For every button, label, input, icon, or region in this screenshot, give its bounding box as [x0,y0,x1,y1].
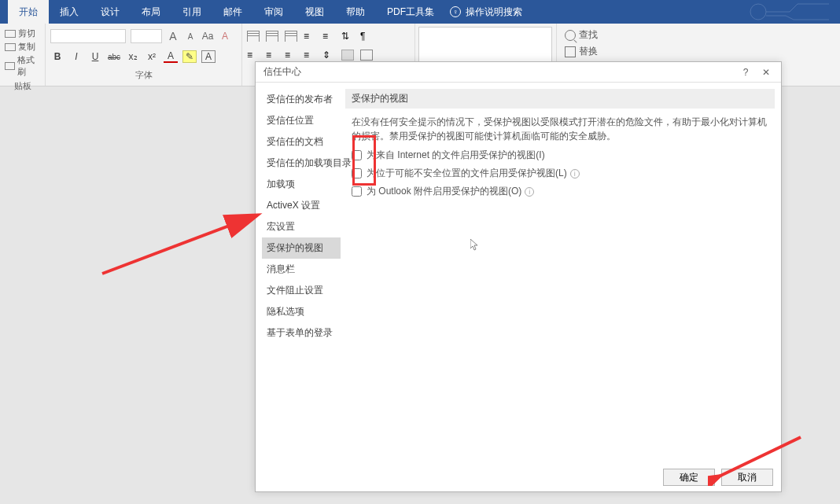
tell-me-search[interactable]: ♀ 操作说明搜索 [450,6,522,19]
font-group: A A Aa A B I U abc x₂ x² A ✎ A 字体 [46,24,242,86]
cut-button[interactable]: 剪切 [3,27,42,40]
svg-point-0 [750,4,766,20]
tab-review[interactable]: 审阅 [253,0,294,24]
checkbox-unsafe-input[interactable] [352,168,362,178]
align-center-button[interactable]: ≡ [266,50,278,61]
header-decoration [742,0,837,24]
numbering-button[interactable] [266,31,278,42]
checkbox-internet-label: 为来自 Internet 的文件启用受保护的视图(I) [367,149,545,162]
find-label: 查找 [579,28,598,42]
clear-format-button[interactable]: A [219,30,231,42]
tab-design[interactable]: 设计 [90,0,131,24]
copy-icon [5,43,16,51]
annotation-arrow-category [101,208,266,278]
tab-view[interactable]: 视图 [294,0,335,24]
tab-references[interactable]: 引用 [171,0,212,24]
cat-trusted-locations[interactable]: 受信任位置 [262,110,341,131]
grow-font-button[interactable]: A [167,30,179,42]
checkbox-outlook-attachments[interactable]: 为 Outlook 附件启用受保护的视图(O) i [345,182,775,200]
checkbox-internet-input[interactable] [352,150,362,160]
cat-addins[interactable]: 加载项 [262,174,341,195]
svg-line-1 [102,215,256,274]
replace-label: 替换 [579,45,598,58]
tab-home[interactable]: 开始 [8,0,49,24]
shading-button[interactable] [341,50,354,61]
section-description: 在没有任何安全提示的情况下，受保护视图以受限模式打开潜在的危险文件，有助于最小化… [345,115,775,143]
checkbox-unsafe-label: 为位于可能不安全位置的文件启用受保护视图(L) [367,167,567,180]
checkbox-outlook-label: 为 Outlook 附件启用受保护的视图(O) [367,185,521,198]
tab-insert[interactable]: 插入 [49,0,90,24]
checkbox-unsafe-location[interactable]: 为位于可能不安全位置的文件启用受保护视图(L) i [345,164,775,182]
scissors-icon [5,30,16,38]
ribbon-tabs: 开始 插入 设计 布局 引用 邮件 审阅 视图 帮助 PDF工具集 ♀ 操作说明… [0,0,840,24]
copy-button[interactable]: 复制 [3,40,42,53]
cat-activex-settings[interactable]: ActiveX 设置 [262,195,341,216]
cat-form-login[interactable]: 基于表单的登录 [262,322,341,344]
copy-label: 复制 [18,41,35,53]
content-pane: 受保护的视图 在没有任何安全提示的情况下，受保护视图以受限模式打开潜在的危险文件… [345,89,775,457]
info-icon[interactable]: i [570,169,580,178]
increase-indent-button[interactable]: ≡ [322,31,335,42]
shrink-font-button[interactable]: A [184,30,197,42]
align-left-button[interactable]: ≡ [247,50,260,61]
cat-trusted-publishers[interactable]: 受信任的发布者 [262,89,341,110]
brush-icon [5,62,15,70]
format-painter-button[interactable]: 格式刷 [3,53,42,79]
borders-button[interactable] [360,50,373,61]
cat-message-bar[interactable]: 消息栏 [262,259,341,280]
underline-button[interactable]: U [88,51,102,62]
show-marks-button[interactable]: ¶ [360,31,373,42]
bullets-button[interactable] [247,31,260,42]
lightbulb-icon: ♀ [450,6,461,17]
align-right-button[interactable]: ≡ [285,50,297,61]
cut-label: 剪切 [18,28,35,39]
tab-mailings[interactable]: 邮件 [212,0,253,24]
checkbox-outlook-input[interactable] [352,186,362,197]
superscript-button[interactable]: x² [145,51,159,62]
tab-layout[interactable]: 布局 [131,0,171,24]
tab-pdf-tools[interactable]: PDF工具集 [376,0,445,24]
font-name-combo[interactable] [50,29,126,43]
clipboard-group: 剪切 复制 格式刷 贴板 [0,24,46,86]
checkbox-internet-files[interactable]: 为来自 Internet 的文件启用受保护的视图(I) [345,146,775,164]
char-border-button[interactable]: A [201,50,216,63]
cat-trusted-addin-catalogs[interactable]: 受信任的加载项目录 [262,153,341,174]
tab-help[interactable]: 帮助 [335,0,376,24]
cat-trusted-documents[interactable]: 受信任的文档 [262,131,341,153]
highlight-button[interactable]: ✎ [182,50,197,63]
font-size-combo[interactable] [131,29,162,43]
replace-button[interactable]: 替换 [563,43,834,60]
replace-icon [565,46,576,57]
change-case-button[interactable]: Aa [201,30,214,42]
cancel-button[interactable]: 取消 [721,469,773,486]
cat-macro-settings[interactable]: 宏设置 [262,216,341,237]
dialog-close-button[interactable]: ✕ [756,67,776,78]
sort-button[interactable]: ⇅ [341,31,354,42]
font-group-label: 字体 [50,69,237,81]
cat-protected-view[interactable]: 受保护的视图 [262,237,341,259]
tell-me-label: 操作说明搜索 [466,6,522,19]
justify-button[interactable]: ≡ [304,50,316,61]
section-header: 受保护的视图 [345,89,775,109]
italic-button[interactable]: I [69,51,83,62]
search-icon [565,30,576,41]
strike-button[interactable]: abc [107,53,121,61]
dialog-help-button[interactable]: ? [735,67,756,78]
painter-label: 格式刷 [17,54,40,78]
bold-button[interactable]: B [50,51,64,62]
ok-button[interactable]: 确定 [663,469,715,486]
dialog-title-text: 信任中心 [263,65,301,79]
find-button[interactable]: 查找 [563,27,834,43]
subscript-button[interactable]: x₂ [126,51,140,62]
decrease-indent-button[interactable]: ≡ [304,31,316,42]
cat-file-block[interactable]: 文件阻止设置 [262,280,341,301]
category-list: 受信任的发布者 受信任位置 受信任的文档 受信任的加载项目录 加载项 Activ… [262,89,341,457]
font-color-button[interactable]: A [164,50,178,63]
clipboard-group-label: 贴板 [3,80,42,92]
info-icon[interactable]: i [525,187,534,197]
cat-privacy-options[interactable]: 隐私选项 [262,301,341,322]
multilevel-button[interactable] [285,31,297,42]
trust-center-dialog: 信任中心 ? ✕ 受信任的发布者 受信任位置 受信任的文档 受信任的加载项目录 … [255,61,782,492]
line-spacing-button[interactable]: ⇕ [322,50,335,61]
dialog-titlebar: 信任中心 ? ✕ [256,62,781,83]
